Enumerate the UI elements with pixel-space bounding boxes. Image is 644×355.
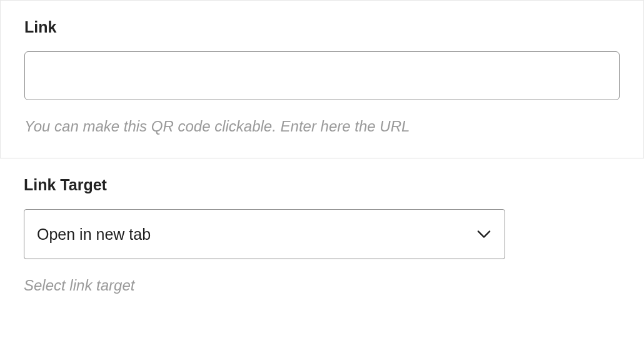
link-input[interactable]	[24, 51, 620, 100]
link-target-select-wrap: Open in new tab	[24, 209, 505, 259]
link-label: Link	[24, 18, 620, 36]
link-target-label: Link Target	[24, 176, 620, 194]
link-helper-text: You can make this QR code clickable. Ent…	[24, 118, 620, 135]
link-target-selected-value: Open in new tab	[37, 225, 151, 244]
link-section: Link You can make this QR code clickable…	[0, 0, 644, 158]
link-target-helper-text: Select link target	[24, 277, 620, 294]
link-target-select[interactable]: Open in new tab	[24, 209, 505, 259]
link-target-section: Link Target Open in new tab Select link …	[0, 158, 644, 317]
